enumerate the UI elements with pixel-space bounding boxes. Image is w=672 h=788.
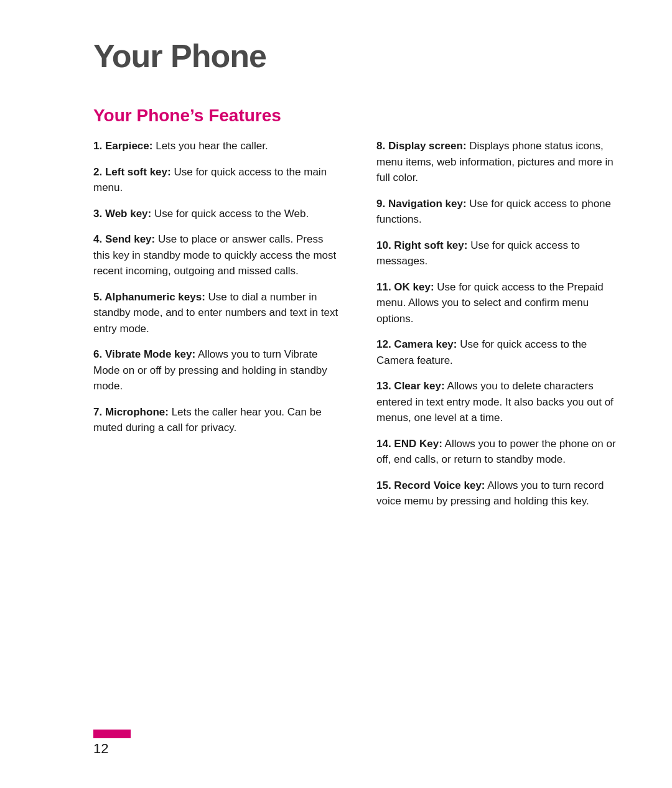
feature-label: 7. Microphone: (93, 406, 169, 418)
feature-label: 12. Camera key: (376, 338, 457, 350)
feature-item: 6. Vibrate Mode key: Allows you to turn … (93, 346, 339, 394)
feature-item: 3. Web key: Use for quick access to the … (93, 206, 339, 222)
feature-item: 2. Left soft key: Use for quick access t… (93, 164, 339, 196)
feature-text: Use for quick access to the Web. (151, 208, 309, 220)
feature-item: 8. Display screen: Displays phone status… (376, 138, 622, 186)
page: Your Phone Your Phone’s Features 1. Earp… (0, 0, 672, 788)
feature-label: 14. END Key: (376, 438, 442, 450)
feature-label: 10. Right soft key: (376, 239, 467, 251)
feature-label: 6. Vibrate Mode key: (93, 348, 195, 360)
main-title: Your Phone (93, 37, 622, 75)
section-title: Your Phone’s Features (93, 106, 622, 126)
feature-item: 5. Alphanumeric keys: Use to dial a numb… (93, 289, 339, 337)
feature-label: 3. Web key: (93, 208, 151, 220)
feature-item: 12. Camera key: Use for quick access to … (376, 336, 622, 368)
feature-item: 9. Navigation key: Use for quick access … (376, 196, 622, 228)
feature-item: 7. Microphone: Lets the caller hear you.… (93, 404, 339, 436)
page-footer: 12 (93, 730, 131, 757)
left-column: 1. Earpiece: Lets you hear the caller.2.… (93, 138, 339, 519)
feature-item: 15. Record Voice key: Allows you to turn… (376, 478, 622, 509)
content-columns: 1. Earpiece: Lets you hear the caller.2.… (93, 138, 622, 519)
footer-bar (93, 730, 131, 738)
feature-text: Lets you hear the caller. (152, 140, 268, 152)
feature-item: 1. Earpiece: Lets you hear the caller. (93, 138, 339, 154)
feature-label: 15. Record Voice key: (376, 480, 485, 491)
page-number: 12 (93, 741, 108, 757)
feature-label: 4. Send key: (93, 233, 155, 245)
right-column: 8. Display screen: Displays phone status… (376, 138, 622, 519)
feature-label: 1. Earpiece: (93, 140, 152, 152)
feature-label: 2. Left soft key: (93, 166, 171, 178)
feature-label: 5. Alphanumeric keys: (93, 291, 205, 303)
feature-item: 13. Clear key: Allows you to delete char… (376, 378, 622, 426)
feature-item: 11. OK key: Use for quick access to the … (376, 279, 622, 327)
feature-label: 13. Clear key: (376, 380, 445, 392)
feature-item: 14. END Key: Allows you to power the pho… (376, 436, 622, 468)
feature-item: 10. Right soft key: Use for quick access… (376, 238, 622, 269)
feature-label: 9. Navigation key: (376, 198, 467, 210)
feature-label: 8. Display screen: (376, 140, 467, 152)
feature-item: 4. Send key: Use to place or answer call… (93, 231, 339, 279)
feature-label: 11. OK key: (376, 281, 434, 293)
